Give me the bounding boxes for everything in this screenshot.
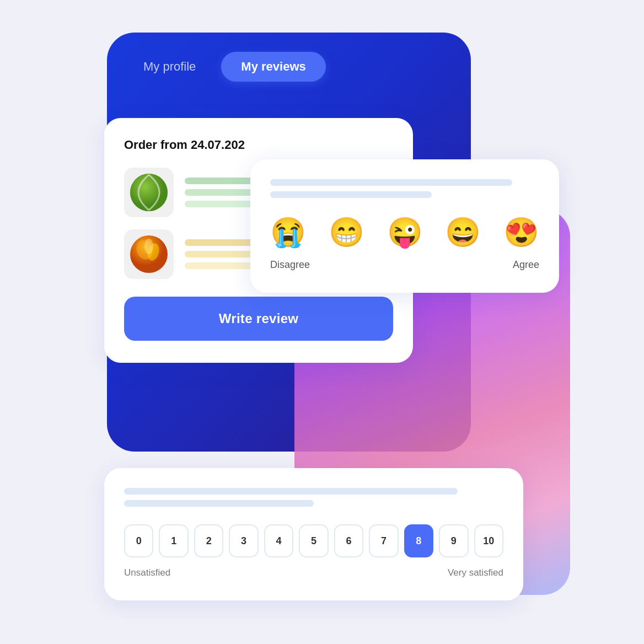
- emoji-neutral[interactable]: 😜: [387, 216, 423, 249]
- nps-line-2: [124, 500, 314, 507]
- nps-score-1[interactable]: 1: [159, 524, 188, 557]
- tennis-ball-icon: [129, 173, 169, 212]
- nps-score-7[interactable]: 7: [369, 524, 398, 557]
- svg-point-1: [130, 174, 168, 211]
- very-satisfied-label: Very satisfied: [448, 567, 503, 578]
- agree-label: Agree: [513, 259, 539, 271]
- nps-labels: Unsatisfied Very satisfied: [124, 567, 503, 578]
- unsatisfied-label: Unsatisfied: [124, 567, 170, 578]
- tab-my-reviews[interactable]: My reviews: [221, 52, 325, 82]
- product-thumb-1: [124, 168, 174, 217]
- emoji-line-1: [270, 179, 512, 186]
- emoji-labels: Disagree Agree: [270, 259, 539, 271]
- nps-score-4[interactable]: 4: [264, 524, 293, 557]
- emoji-agree-mild[interactable]: 😄: [445, 216, 481, 249]
- nps-score-5[interactable]: 5: [299, 524, 328, 557]
- emoji-card-lines: [270, 179, 539, 198]
- nps-lines: [124, 488, 503, 507]
- tab-bar: My profile My reviews: [124, 52, 326, 82]
- nps-card: 012345678910 Unsatisfied Very satisfied: [104, 468, 523, 600]
- nps-score-8[interactable]: 8: [404, 524, 433, 557]
- emoji-rating-card: 😭 😁 😜 😄 😍 Disagree Agree: [250, 159, 559, 293]
- svg-point-5: [144, 239, 153, 254]
- disagree-label: Disagree: [270, 259, 310, 271]
- order-title: Order from 24.07.202: [124, 138, 393, 152]
- nps-score-0[interactable]: 0: [124, 524, 153, 557]
- emoji-line-2: [270, 191, 432, 198]
- tab-my-profile[interactable]: My profile: [124, 52, 216, 82]
- nps-line-1: [124, 488, 458, 495]
- nps-score-2[interactable]: 2: [194, 524, 223, 557]
- product-thumb-2: [124, 229, 174, 279]
- nps-score-10[interactable]: 10: [474, 524, 503, 557]
- nps-score-3[interactable]: 3: [229, 524, 258, 557]
- nps-score-9[interactable]: 9: [439, 524, 468, 557]
- write-review-button[interactable]: Write review: [124, 297, 393, 341]
- emoji-disagree-strong[interactable]: 😭: [270, 216, 306, 249]
- emoji-disagree-mild[interactable]: 😁: [329, 216, 364, 249]
- nps-buttons: 012345678910: [124, 524, 503, 557]
- emoji-row: 😭 😁 😜 😄 😍: [270, 216, 539, 249]
- scene: My profile My reviews Order from 24.07.2…: [74, 33, 570, 611]
- nps-score-6[interactable]: 6: [334, 524, 363, 557]
- emoji-agree-strong[interactable]: 😍: [503, 216, 539, 249]
- dragon-ball-icon: [129, 234, 169, 274]
